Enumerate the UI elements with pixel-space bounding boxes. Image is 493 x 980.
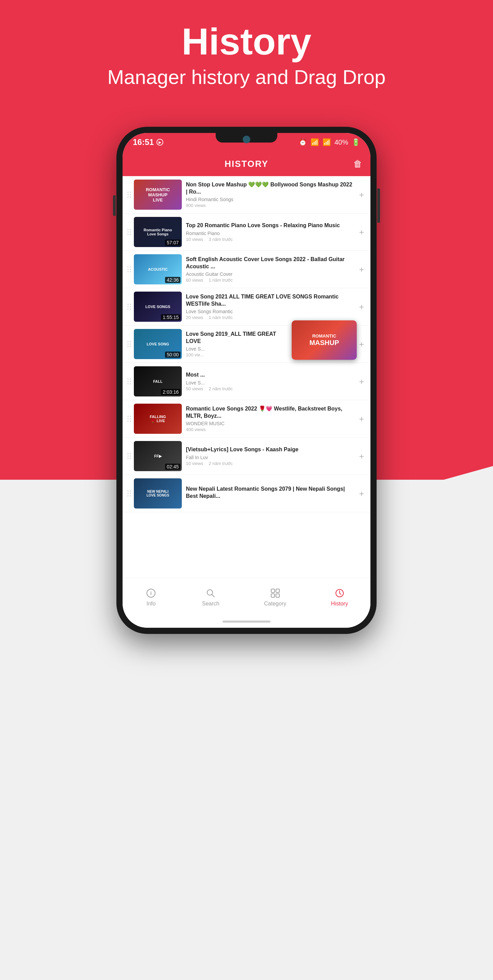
thumb-bg: NEW NEPALILOVE SONGS xyxy=(134,478,182,509)
video-meta: 60 views 1 năm trước xyxy=(186,278,355,283)
drag-handle[interactable] xyxy=(127,304,131,310)
video-channel: Love S... xyxy=(186,380,355,385)
video-title: [Vietsub+Lyrics] Love Songs - Kaash Paig… xyxy=(186,446,355,453)
upload-time: 1 năm trước xyxy=(209,315,233,320)
drag-handle[interactable] xyxy=(127,266,131,272)
add-button[interactable]: ＋ xyxy=(357,189,366,200)
drag-handle[interactable] xyxy=(127,378,131,385)
view-count: 20 views xyxy=(186,315,203,320)
overlay-thumbnail: ROMANTIC MASHUP xyxy=(292,320,357,360)
list-item[interactable]: ACOUSTIC 42:36 Soft English Acoustic Cov… xyxy=(122,251,371,288)
list-item[interactable]: FALL 2:03:16 Most ... Love S... 50 views… xyxy=(122,363,371,400)
volume-button xyxy=(113,195,116,216)
list-item[interactable]: LOVE SONG 50:00 Love Song 2019_ALL TIME … xyxy=(122,326,371,363)
app-header: HISTORY 🗑 xyxy=(122,151,371,176)
nav-label-search: Search xyxy=(202,601,219,607)
add-button[interactable]: ＋ xyxy=(357,301,366,312)
video-title: Non Stop Love Mashup 💚💚💚 Bollywood Songs… xyxy=(186,181,355,196)
video-title: Top 20 Romantic Piano Love Songs - Relax… xyxy=(186,222,355,229)
video-meta: 900 views xyxy=(186,203,355,208)
phone-shell: 16:51 ▶ ⏰ 📶 📶 40% 🔋 HISTORY 🗑 xyxy=(116,127,377,634)
video-title: Most ... xyxy=(186,371,355,379)
video-info: Love Song 2021 ALL TIME GREAT LOVE SONGS… xyxy=(186,293,355,320)
upload-time: 2 năm trước xyxy=(209,461,233,466)
list-item[interactable]: ROMANTICMASHUPLIVE Non Stop Love Mashup … xyxy=(122,176,371,213)
list-item[interactable]: Romantic PianoLove Songs 57:07 Top 20 Ro… xyxy=(122,213,371,251)
list-item[interactable]: FF▶ 02:45 [Vietsub+Lyrics] Love Songs - … xyxy=(122,438,371,475)
add-button[interactable]: ＋ xyxy=(357,413,366,424)
video-channel: WONDER MUSIC xyxy=(186,421,355,426)
video-title: Romantic Love Songs 2022 🌹💗 Westlife, Ba… xyxy=(186,406,355,420)
drag-handle[interactable] xyxy=(127,453,131,459)
view-count: 100 vie... xyxy=(186,352,204,357)
nav-item-category[interactable]: Category xyxy=(264,587,286,607)
add-button[interactable]: ＋ xyxy=(357,264,366,275)
svg-text:i: i xyxy=(150,590,152,596)
alarm-icon: ⏰ xyxy=(298,138,307,146)
video-channel: Romantic Piano xyxy=(186,231,355,236)
view-count: 50 views xyxy=(186,386,203,391)
category-icon xyxy=(269,587,281,599)
add-button[interactable]: ＋ xyxy=(357,488,366,499)
thumbnail: FALL 2:03:16 xyxy=(134,366,182,396)
view-count: 400 views xyxy=(186,427,206,432)
info-icon: i xyxy=(145,587,157,599)
video-meta: 10 views 2 năm trước xyxy=(186,461,355,466)
phone-device: 16:51 ▶ ⏰ 📶 📶 40% 🔋 HISTORY 🗑 xyxy=(116,127,377,634)
play-status-icon: ▶ xyxy=(157,139,163,146)
nav-label-category: Category xyxy=(264,601,286,607)
header-section: History Manager history and Drag Drop xyxy=(0,21,493,88)
page-title: History xyxy=(0,21,493,62)
video-list: ROMANTICMASHUPLIVE Non Stop Love Mashup … xyxy=(122,176,371,578)
history-icon xyxy=(333,587,346,599)
add-button[interactable]: ＋ xyxy=(357,376,366,387)
duration-badge: 1:55:15 xyxy=(161,314,181,320)
add-button[interactable]: ＋ xyxy=(357,226,366,237)
video-info: Love Song 2019_ALL TIME GREAT LOVE Love … xyxy=(186,331,288,358)
wifi-icon: 📶 xyxy=(311,138,319,146)
video-info: Non Stop Love Mashup 💚💚💚 Bollywood Songs… xyxy=(186,181,355,208)
drag-handle[interactable] xyxy=(127,490,131,496)
video-title: New Nepali Latest Romantic Songs 2079 | … xyxy=(186,485,355,500)
nav-item-info[interactable]: i Info xyxy=(145,587,157,607)
upload-time: 3 năm trước xyxy=(209,237,233,242)
svg-rect-6 xyxy=(271,594,274,597)
video-info: Soft English Acoustic Cover Love Songs 2… xyxy=(186,256,355,283)
add-button[interactable]: ＋ xyxy=(357,339,366,350)
svg-line-3 xyxy=(212,595,214,597)
drag-handle[interactable] xyxy=(127,341,131,347)
video-title: Love Song 2021 ALL TIME GREAT LOVE SONGS… xyxy=(186,293,355,308)
nav-item-history[interactable]: History xyxy=(331,587,348,607)
duration-badge: 50:00 xyxy=(165,352,181,358)
video-channel: Hindi Romantic Songs xyxy=(186,197,355,202)
add-button[interactable]: ＋ xyxy=(357,450,366,461)
phone-screen: 16:51 ▶ ⏰ 📶 📶 40% 🔋 HISTORY 🗑 xyxy=(122,133,371,628)
thumb-bg: ROMANTICMASHUPLIVE xyxy=(134,180,182,210)
trash-button[interactable]: 🗑 xyxy=(354,159,362,169)
nav-item-search[interactable]: Search xyxy=(202,587,219,607)
video-meta: 400 views xyxy=(186,427,355,432)
svg-rect-4 xyxy=(271,589,274,592)
thumbnail: FALLING🌹 LIVE xyxy=(134,404,182,434)
duration-badge: 02:45 xyxy=(165,464,181,470)
search-icon xyxy=(204,587,217,599)
duration-badge: 42:36 xyxy=(165,277,181,283)
drag-handle[interactable] xyxy=(127,416,131,422)
list-item[interactable]: NEW NEPALILOVE SONGS New Nepali Latest R… xyxy=(122,475,371,512)
battery-text: 40% xyxy=(334,138,348,146)
video-meta: 100 vie... xyxy=(186,352,288,357)
drag-handle[interactable] xyxy=(127,191,131,198)
drag-handle[interactable] xyxy=(127,229,131,235)
list-item[interactable]: FALLING🌹 LIVE Romantic Love Songs 2022 🌹… xyxy=(122,400,371,438)
list-item[interactable]: LOVE SONGS 1:55:15 Love Song 2021 ALL TI… xyxy=(122,288,371,326)
thumbnail: NEW NEPALILOVE SONGS xyxy=(134,478,182,509)
thumbnail: ACOUSTIC 42:36 xyxy=(134,254,182,285)
status-right: ⏰ 📶 📶 40% 🔋 xyxy=(298,138,360,146)
home-indicator xyxy=(122,616,371,628)
thumbnail: ROMANTICMASHUPLIVE xyxy=(134,180,182,210)
video-info: Romantic Love Songs 2022 🌹💗 Westlife, Ba… xyxy=(186,406,355,433)
bottom-navigation: i Info Search xyxy=(122,578,371,616)
page-subtitle: Manager history and Drag Drop xyxy=(0,65,493,88)
nav-label-info: Info xyxy=(146,601,156,607)
thumbnail: Romantic PianoLove Songs 57:07 xyxy=(134,217,182,247)
